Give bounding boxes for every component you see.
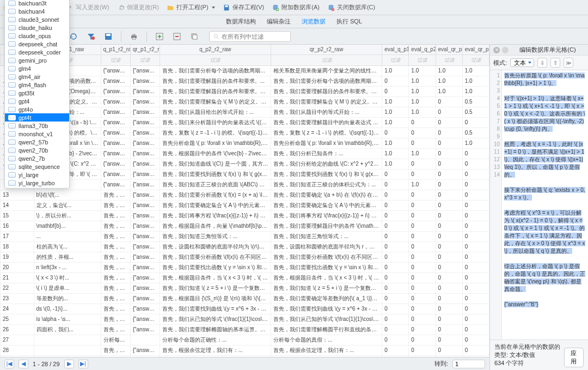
open-project-button[interactable]: 打开工程(P) (167, 3, 215, 11)
table-row[interactable]: 21\( x < 3 \) 时...首先，根据题目条件，当 \( x < 3 \… (1, 272, 489, 283)
table-row[interactable]: 20n \left(3x - ...首先，我们需要找出函数 \( y = \si… (1, 262, 489, 272)
dd-item-glm4_air[interactable]: glm4_air (5, 72, 69, 81)
delete-row-button[interactable] (170, 31, 184, 43)
table-row[interactable]: ...析向量数法式 \((a - b) \cdot b = 0\)，...{"a… (1, 117, 489, 128)
tab-2[interactable]: 浏览数据 (296, 15, 331, 28)
table-row[interactable]: 19的性质，并根...首先，我们需要分析函数 \(f(x)\) 在不同区间内的单… (1, 252, 489, 262)
dd-item-gpt4o[interactable]: gpt4o (5, 105, 69, 113)
tab-3[interactable]: 执行 SQL (331, 15, 367, 28)
save-project-button[interactable]: 保存工程(V) (223, 3, 265, 11)
col-eval_q_p2[interactable]: eval_q_p2 (409, 45, 436, 54)
table-row[interactable]: 22\( i \) 是虚单...首先，我们知道 \( z = 5 + i \) … (1, 283, 489, 293)
dd-item-gpt4[interactable]: gpt4 (5, 97, 69, 105)
more-button[interactable]: ≫ (564, 58, 573, 68)
revert-changes-button[interactable]: 倒退更改(R) (117, 3, 159, 11)
table-row[interactable]: 16\mathbf{b}...首先，根据题目条件，向量 \(\mathbf{b}… (1, 221, 489, 231)
table-row[interactable]: ...式 \( z = -1 - i \) 的模。\(\sqrt{(-1)^2.… (1, 128, 489, 138)
col-eval_q_p1[interactable]: eval_q_p1 (382, 45, 409, 54)
table-row[interactable]: ...{"answer":"A"}{"answer":"A"}首先，我们需要分析… (1, 65, 489, 76)
close-db-button[interactable]: 关闭数据库(C) (327, 3, 375, 11)
table-row[interactable]: ...析集合 \( M \) 的定义。集合 \( M \) 包含所有...{"a… (1, 96, 489, 107)
tab-1[interactable]: 编辑杂注 (261, 15, 296, 28)
filter-input[interactable] (222, 33, 287, 40)
goto-input[interactable] (452, 360, 485, 368)
filter-q_p2_r2_raw[interactable]: 过滤 (160, 54, 271, 65)
attach-db-button[interactable]: 附加数据库(A) (272, 3, 320, 11)
cell-text[interactable]: 首先分析原题 \( p: \forall x \in \mathbb{R}, |… (502, 70, 588, 339)
data-grid[interactable]: qr_p2_r1_rawq_p1_r2_rawqr_p1_r2_rawq_p2_… (0, 45, 489, 357)
col-q_p1_r2_raw[interactable]: q_p1_r2_raw (101, 45, 130, 54)
dd-item-deepseek_coder[interactable]: deepseek_coder (5, 48, 69, 56)
table-row[interactable]: 17...首先，我们知道三角恒等式：...{"answer":"A"}首先，我们… (1, 231, 489, 241)
dd-item-baichuan3t[interactable]: baichuan3t (5, 0, 69, 7)
table-row[interactable]: ...析条件。集合(Omega)中的点集满足任意三个...{"answer":"… (1, 86, 489, 96)
table-row[interactable]: ...要分析每个选项的函数周期性。...{"answer":"A"}{"answ… (1, 76, 489, 86)
table-row[interactable]: 29a + b + d\) 是...首先，我们知道 \(a, b, c\) 成等… (1, 355, 489, 357)
table-row[interactable]: 27分析每个命题的真假：...分析每个命题的正确性：...分析每个命题的真假：.… (1, 335, 489, 345)
copy-row-button[interactable] (187, 31, 201, 43)
filter-qr_p1_r2_raw[interactable]: 过滤 (130, 54, 160, 65)
table-row[interactable]: ...{"answer":"B"}{"answer":"B"}首先，我们知道正三… (1, 179, 489, 190)
dd-item-qwen2_57b[interactable]: qwen2_57b (5, 138, 69, 146)
dd-item-deepseek_chat[interactable]: deepseek_chat (5, 40, 69, 48)
col-eval_qr_p1[interactable]: eval_qr_p1 (436, 45, 462, 54)
table-row[interactable]: 14定义，集合\(...首先，我们需要确定集合 \( A \) 中的元素。根据集… (1, 200, 489, 210)
table-row[interactable]: ...析给定的曲线 \(C: x^2 + y^2 = 16\)。 这是一...{… (1, 159, 489, 169)
col-qr_p1_r2_raw[interactable]: qr_p1_r2_raw (130, 45, 160, 54)
panel-minimize-icon[interactable] (502, 47, 509, 53)
dd-item-yi_large[interactable]: yi_large (5, 171, 69, 179)
filter-eval_q_p1[interactable]: 过滤 (382, 54, 409, 65)
save-filter-button[interactable] (101, 31, 115, 43)
dd-item-qwen2_7b[interactable]: qwen2_7b (5, 154, 69, 162)
first-page-button[interactable]: |◀ (4, 360, 14, 368)
filter-q_p1_r2_raw[interactable]: 过滤 (101, 54, 130, 65)
table-row[interactable]: 15\)，所以分析...首先，我们将题目对应函数 \(\frac{x}{(z-1… (1, 210, 489, 221)
import-button[interactable]: ⇩ (537, 58, 547, 68)
dd-item-yi_large_turbo[interactable]: yi_large_turbo (5, 179, 69, 187)
dd-item-claude_opus[interactable]: claude_opus (5, 32, 69, 40)
dd-item-baichuan4[interactable]: baichuan4 (5, 7, 69, 15)
dd-item-glm4[interactable]: glm4 (5, 64, 69, 72)
filter-search[interactable] (209, 31, 291, 42)
table-row[interactable]: 18柱的高为 \(...首先，设圆柱和圆锥的底面半径均为 \(r\)，高度为 \… (1, 241, 489, 252)
print-button[interactable] (127, 31, 141, 43)
panel-close-icon[interactable]: ✕ (493, 47, 500, 53)
write-changes-button[interactable]: 写入更改(W) (66, 3, 109, 11)
apply-button[interactable]: 应用 (564, 348, 584, 367)
filter-qr_p2_r2_raw[interactable]: 过滤 (271, 54, 382, 65)
table-row[interactable]: 28首先，根据余弦定理，我们有：...{"answer":"A"}首先，根据余弦… (1, 345, 489, 355)
dd-item-claude_haiku[interactable]: claude_haiku (5, 23, 69, 32)
dd-item-sqlite_sequence[interactable]: sqlite_sequence (5, 162, 69, 171)
dd-item-qwen2_70b[interactable]: qwen2_70b (5, 146, 69, 154)
filter-eval_qr_p1[interactable]: 过滤 (436, 54, 462, 65)
table-row[interactable]: 23等差数列的...首先，根据题目条件 \( S_5 = S_{10} \) 和… (1, 293, 489, 304)
table-row[interactable]: 论两个函数相等，即 \( f(x) = g(x) \) ...{"answer"… (1, 169, 489, 179)
dd-item-glm4_flash[interactable]: glm4_flash (5, 81, 69, 89)
table-row[interactable]: 13b\)在\(f(...首先，我们需要分析函数 \( f(x) = (x + … (1, 190, 489, 200)
col-q_p2_r2_raw[interactable]: q_p2_r2_raw (160, 45, 271, 54)
table-row[interactable]: ...目中的等式开始：...{"answer":"B"}{"answer":"B… (1, 107, 489, 117)
table-row[interactable]: 25is \alpha - \s...首先，我们从已知的等式 \(\frac{1… (1, 314, 489, 324)
add-row-button[interactable] (152, 31, 167, 43)
tab-0[interactable]: 数据库结构 (220, 15, 261, 28)
table-select-dropdown[interactable]: baichuan3tbaichuan4claude3_sonnetclaude_… (4, 0, 70, 189)
last-page-button[interactable]: ▶| (78, 360, 88, 368)
table-row[interactable]: ...析命题 \( p: \forall x \in \mathbb{R}, |… (1, 138, 489, 148)
table-row[interactable]: ...析条件 \(\vec{b} - 2\vec{a}\perp\vec{b}.… (1, 148, 489, 159)
dd-item-gpt4t[interactable]: gpt4t (5, 113, 69, 122)
prev-page-button[interactable]: ◀ (19, 360, 28, 368)
next-page-button[interactable]: ▶ (64, 360, 74, 368)
clear-filter-button[interactable] (84, 31, 98, 43)
table-row[interactable]: 26四面积，我们...首先，我们需要理解椭圆平行于直线的条件：...{"answ… (1, 324, 489, 335)
dd-item-claude3_sonnet[interactable]: claude3_sonnet (5, 15, 69, 23)
export-button[interactable]: ⇧ (550, 58, 560, 68)
col-eval_qr_p2[interactable]: eval_qr_p2 (462, 45, 489, 54)
dd-item-gpt35t[interactable]: gpt35t (5, 89, 69, 97)
table-row[interactable]: 24ds \(0, -1)\}...首先，我们需要找到曲线 \(y = x^6 … (1, 304, 489, 314)
col-qr_p2_r2_raw[interactable]: qr_p2_r2_raw (271, 45, 382, 54)
dd-item-moonshot_v1[interactable]: moonshot_v1 (5, 130, 69, 138)
mode-select[interactable]: 文本 (510, 58, 534, 67)
dd-item-gemini_pro[interactable]: gemini_pro (5, 56, 69, 64)
dd-item-llama3_70b[interactable]: llama3_70b (5, 122, 69, 130)
filter-eval_qr_p2[interactable]: 过滤 (462, 54, 489, 65)
